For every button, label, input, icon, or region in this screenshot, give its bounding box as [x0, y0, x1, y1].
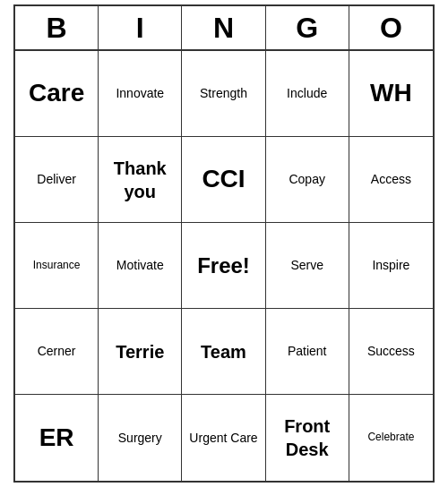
header-letter: G: [266, 6, 349, 49]
bingo-cell: Serve: [266, 223, 349, 309]
header-letter: O: [349, 6, 433, 49]
bingo-grid: CareInnovateStrengthIncludeWHDeliverThan…: [15, 51, 433, 481]
bingo-cell: Copay: [266, 137, 349, 223]
header-letter: I: [99, 6, 182, 49]
bingo-cell: ER: [15, 395, 99, 481]
bingo-cell: Deliver: [15, 137, 99, 223]
bingo-cell: WH: [349, 51, 433, 137]
bingo-cell: Strength: [182, 51, 265, 137]
bingo-cell: Celebrate: [349, 395, 433, 481]
bingo-cell: Patient: [266, 309, 349, 395]
bingo-cell: Care: [15, 51, 99, 137]
bingo-card: BINGO CareInnovateStrengthIncludeWHDeliv…: [13, 4, 435, 483]
bingo-cell: Include: [266, 51, 349, 137]
bingo-cell: Free!: [182, 223, 265, 309]
bingo-cell: Success: [349, 309, 433, 395]
header-letter: B: [15, 6, 99, 49]
bingo-cell: Insurance: [15, 223, 99, 309]
bingo-cell: Motivate: [99, 223, 182, 309]
bingo-cell: CCI: [182, 137, 265, 223]
bingo-cell: Urgent Care: [182, 395, 265, 481]
bingo-cell: Thank you: [99, 137, 182, 223]
bingo-cell: Innovate: [99, 51, 182, 137]
bingo-header: BINGO: [15, 6, 433, 51]
bingo-cell: Terrie: [99, 309, 182, 395]
bingo-cell: Access: [349, 137, 433, 223]
bingo-cell: Team: [182, 309, 265, 395]
bingo-cell: Front Desk: [266, 395, 349, 481]
bingo-cell: Inspire: [349, 223, 433, 309]
header-letter: N: [182, 6, 265, 49]
bingo-cell: Surgery: [99, 395, 182, 481]
bingo-cell: Cerner: [15, 309, 99, 395]
